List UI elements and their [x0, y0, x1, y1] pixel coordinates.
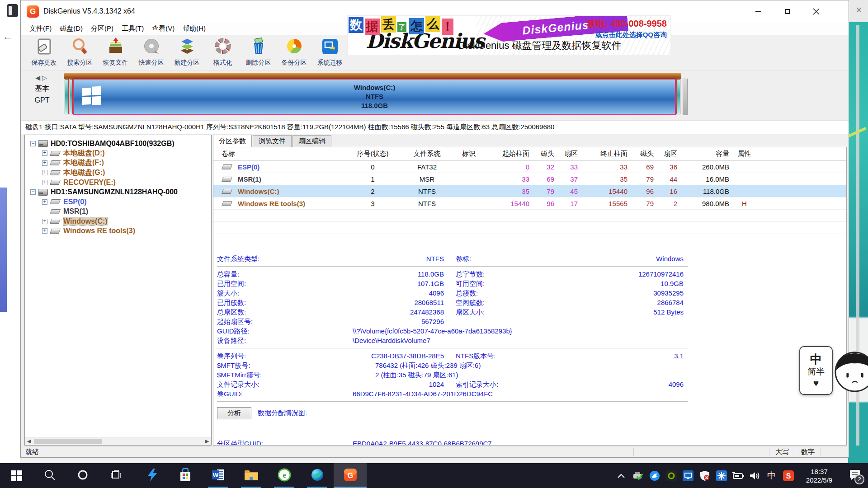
- tab-sector-edit[interactable]: 扇区编辑: [292, 135, 331, 147]
- partition-block-esp[interactable]: [65, 79, 69, 114]
- expand-icon[interactable]: +: [42, 160, 47, 166]
- table-row-msr[interactable]: MSR(1) 1 MSR 33 69 37 35 79 44 16.0MB: [213, 173, 846, 185]
- action-center-button[interactable]: 2: [842, 463, 868, 488]
- pinned-app-store[interactable]: [169, 463, 202, 488]
- tray-printer-icon[interactable]: [629, 463, 646, 488]
- banner-qq-link[interactable]: 或点击此处选择QQ咨询: [587, 31, 667, 39]
- partition-icon: [50, 151, 61, 156]
- tray-volume-icon[interactable]: [746, 463, 763, 488]
- tree-item-winre[interactable]: + Windows RE tools(3): [25, 226, 211, 236]
- allocation-map-label: 数据分配情况图:: [258, 409, 307, 418]
- tray-security-shield-icon[interactable]: [696, 463, 713, 488]
- tree-item-hd1[interactable]: − HD1:SAMSUNGMZNLN128HAHQ-000: [25, 188, 211, 197]
- prev-disk-arrow-icon[interactable]: ◀: [35, 74, 42, 81]
- table-row-windows-c[interactable]: Windows(C:) 2 NTFS 35 79 45 15440 96 16 …: [213, 185, 846, 197]
- tray-tim-icon[interactable]: [646, 463, 663, 488]
- maximize-button[interactable]: [773, 0, 802, 22]
- tray-snowflake-icon[interactable]: [713, 463, 730, 488]
- system-migrate-button[interactable]: 系统迁移: [312, 35, 348, 69]
- recover-files-button[interactable]: 恢复文件: [98, 35, 133, 69]
- green-e-browser-icon: e: [278, 468, 291, 483]
- tab-browse-files[interactable]: 浏览文件: [253, 135, 292, 147]
- cortana-button[interactable]: [66, 463, 99, 488]
- menu-view[interactable]: 查看(V): [148, 23, 179, 34]
- pinned-app-lightning[interactable]: [136, 463, 169, 488]
- tree-item-recovery-e[interactable]: + RECOVERY(E:): [25, 178, 211, 188]
- taskbar-app-diskgenius[interactable]: G: [334, 463, 367, 488]
- taskbar-app-edge[interactable]: [301, 463, 334, 488]
- partition-type-guid-row: 分区类型GUID: EBD0A0A2-B9E5-4433-87C0-68B6B7…: [217, 439, 492, 446]
- tray-battery-icon[interactable]: [730, 463, 746, 488]
- scrollbar-thumb[interactable]: [34, 439, 102, 444]
- layers-icon: [177, 37, 197, 58]
- menu-disk[interactable]: 磁盘(D): [56, 23, 87, 34]
- menu-help[interactable]: 帮助(H): [179, 23, 210, 34]
- expand-icon[interactable]: +: [42, 150, 47, 156]
- partition-block-winre[interactable]: [676, 79, 680, 114]
- taskbar-search-button[interactable]: [33, 463, 66, 488]
- disk-strip: [64, 73, 681, 79]
- partition-bar-scroll[interactable]: [683, 79, 688, 115]
- quick-partition-button[interactable]: 快速分区: [133, 35, 169, 69]
- taskbar: W e G 中 S 18:37 2022/5/9 2: [0, 463, 868, 488]
- expand-icon[interactable]: +: [42, 180, 47, 185]
- menu-tools[interactable]: 工具(T): [118, 23, 148, 34]
- tree-item-msr[interactable]: MSR(1): [25, 207, 211, 217]
- next-disk-arrow-icon[interactable]: ▷: [42, 74, 49, 81]
- delete-partition-button[interactable]: 删除分区: [241, 35, 276, 69]
- new-partition-button[interactable]: 新建分区: [169, 35, 205, 69]
- tray-chevron-up-icon[interactable]: [613, 463, 629, 488]
- tree-item-local-d[interactable]: + 本地磁盘(D:): [25, 149, 211, 159]
- tree-item-local-f[interactable]: + 本地磁盘(F:): [25, 158, 211, 168]
- taskbar-app-360-browser[interactable]: e: [268, 463, 301, 488]
- tray-sogou-icon[interactable]: S: [780, 463, 797, 488]
- taskbar-app-word[interactable]: W: [202, 463, 235, 488]
- diskgenius-taskbar-icon: G: [344, 468, 357, 483]
- search-partition-button[interactable]: 搜索分区: [62, 35, 98, 69]
- banner-tiles: 数 据 丢 了 怎 么 ！: [349, 17, 455, 33]
- partition-block-windows-c[interactable]: Windows(C:) NTFS 118.0GB: [73, 79, 676, 115]
- format-button[interactable]: 格式化: [205, 35, 241, 69]
- close-button[interactable]: [802, 0, 830, 22]
- ime-status-panel[interactable]: 中 简半 ♥: [799, 346, 833, 395]
- disk-type-gpt: GPT: [21, 96, 63, 104]
- expand-icon[interactable]: +: [42, 170, 47, 175]
- system-tray: 中 S 18:37 2022/5/9 2: [613, 463, 868, 488]
- tab-partition-params[interactable]: 分区参数: [213, 135, 252, 147]
- table-row-esp[interactable]: ESP(0) 0 FAT32 0 32 33 33 69 36 260.0MB: [213, 161, 846, 173]
- menu-partition[interactable]: 分区(P): [87, 23, 118, 34]
- tree-item-esp[interactable]: + ESP(0): [25, 197, 211, 207]
- minimize-button[interactable]: [744, 0, 773, 22]
- expand-icon[interactable]: +: [42, 219, 47, 224]
- tree-item-hd0[interactable]: − HD0:TOSHIBAMQ04ABF100(932GB): [25, 139, 211, 149]
- scroll-left-icon[interactable]: ◀: [25, 438, 33, 444]
- start-button[interactable]: [0, 463, 33, 488]
- svg-text:G: G: [347, 472, 353, 479]
- promo-banner[interactable]: DiskGenius 数 据 丢 了 怎 么 ！ DiskGenius 致电: …: [347, 15, 671, 55]
- partition-block-msr[interactable]: [70, 79, 73, 114]
- tray-ime-indicator[interactable]: 中: [767, 470, 776, 482]
- expand-icon[interactable]: +: [42, 228, 47, 234]
- task-view-button[interactable]: [99, 463, 132, 488]
- taskbar-app-file-explorer[interactable]: [235, 463, 268, 488]
- taskbar-clock[interactable]: 18:37 2022/5/9: [797, 467, 842, 484]
- tray-intel-graphics-icon[interactable]: [679, 463, 696, 488]
- collapse-icon[interactable]: −: [30, 141, 36, 146]
- partition-icon: [50, 160, 61, 165]
- tree-item-local-g[interactable]: + 本地磁盘(G:): [25, 168, 211, 178]
- expand-icon[interactable]: +: [42, 199, 47, 205]
- scroll-right-icon[interactable]: ▶: [203, 438, 211, 444]
- table-row-winre[interactable]: Windows RE tools(3) 3 NTFS 15440 96 17 1…: [213, 197, 846, 210]
- tree-item-windows-c[interactable]: + Windows(C:): [25, 216, 211, 226]
- desktop-wallpaper-fragment: [0, 188, 7, 312]
- analyze-button[interactable]: 分析: [217, 407, 251, 419]
- menu-file[interactable]: 文件(F): [25, 23, 56, 34]
- tray-nvidia-icon[interactable]: [663, 463, 679, 488]
- tree-horizontal-scrollbar[interactable]: ◀ ▶: [25, 437, 211, 445]
- backup-partition-button[interactable]: 备份分区: [276, 35, 312, 69]
- magnifier-icon: [70, 37, 90, 58]
- collapse-icon[interactable]: −: [30, 189, 36, 195]
- background-window-left: ←: [0, 0, 20, 463]
- back-arrow-icon: ←: [3, 31, 13, 42]
- save-changes-button[interactable]: 保存更改: [26, 35, 62, 69]
